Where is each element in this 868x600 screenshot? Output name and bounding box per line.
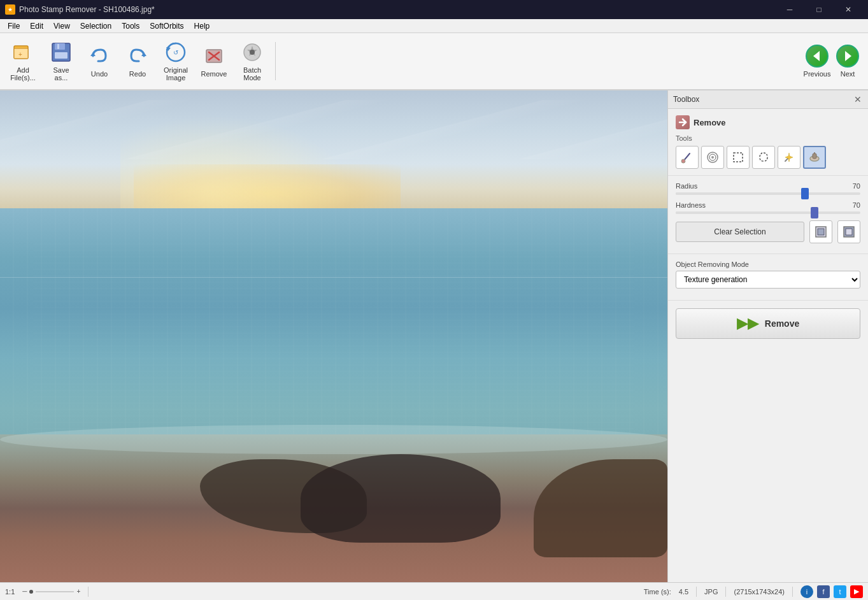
redo-label: Redo	[129, 70, 146, 78]
status-separator-1	[88, 587, 89, 597]
toolbox-close-button[interactable]: ✕	[853, 94, 863, 104]
svg-text:↺: ↺	[173, 49, 178, 56]
remove-section: Remove Tools	[668, 109, 868, 176]
lasso-button[interactable]	[752, 146, 775, 169]
svg-rect-36	[846, 229, 852, 235]
hardness-slider-thumb[interactable]	[811, 207, 818, 218]
remove-label: Remove	[201, 70, 227, 78]
image-canvas	[0, 90, 667, 582]
stamp-tool-button[interactable]	[803, 146, 826, 169]
save-as-label: Save as...	[53, 66, 69, 82]
magic-wand-button[interactable]	[778, 146, 800, 169]
hardness-value: 70	[853, 201, 860, 209]
hardness-slider-track[interactable]	[676, 211, 860, 214]
invert-selection-button[interactable]	[837, 220, 860, 243]
clear-selection-button[interactable]: Clear Selection	[676, 222, 804, 242]
remove-button[interactable]: Remove	[196, 36, 232, 86]
radius-slider-thumb[interactable]	[801, 188, 809, 199]
remove-action-button[interactable]: ▶▶ Remove	[676, 308, 860, 339]
dropdown-row: Texture generation Smart Fill Clone	[676, 271, 860, 289]
toolbox-header: Toolbox ✕	[668, 90, 868, 109]
menu-tools[interactable]: Tools	[117, 20, 145, 32]
undo-label: Undo	[91, 70, 108, 78]
toolbox-panel: Toolbox ✕ Remove Tools	[667, 90, 868, 582]
toolbar-separator	[275, 42, 276, 80]
menu-edit[interactable]: Edit	[25, 20, 48, 32]
tools-label: Tools	[676, 134, 860, 142]
close-button[interactable]: ✕	[834, 0, 863, 19]
status-separator-4	[792, 587, 793, 597]
brush-tool-button[interactable]	[676, 146, 699, 169]
titlebar: ★ Photo Stamp Remover - SH100486.jpg* ─ …	[0, 0, 868, 19]
svg-point-26	[711, 156, 714, 159]
next-label: Next	[841, 70, 855, 78]
hardness-row: Hardness 70	[676, 201, 860, 214]
tools-row	[676, 146, 860, 169]
menu-selection[interactable]: Selection	[75, 20, 117, 32]
minimize-button[interactable]: ─	[775, 0, 804, 19]
previous-label: Previous	[804, 70, 831, 78]
select-all-button[interactable]	[809, 220, 832, 243]
menu-view[interactable]: View	[48, 20, 75, 32]
toolbox-title: Toolbox	[673, 95, 699, 104]
batch-mode-label: Batch Mode	[243, 66, 261, 82]
original-image-button[interactable]: ↺ Original Image	[158, 36, 194, 86]
smart-eraser-button[interactable]	[701, 146, 724, 169]
radius-slider-container	[676, 192, 860, 195]
removing-mode-select[interactable]: Texture generation Smart Fill Clone	[676, 271, 860, 289]
svg-point-23	[681, 159, 685, 163]
next-icon	[836, 45, 859, 68]
redo-icon	[126, 45, 149, 68]
facebook-icon[interactable]: f	[817, 585, 830, 598]
scroll-track[interactable]	[36, 591, 74, 592]
twitter-icon[interactable]: t	[834, 585, 846, 598]
restore-button[interactable]: □	[804, 0, 834, 19]
redo-button[interactable]: Redo	[120, 36, 155, 86]
remove-action-label: Remove	[765, 318, 799, 329]
undo-button[interactable]: Undo	[82, 36, 117, 86]
object-removing-label: Object Removing Mode	[676, 261, 860, 268]
menu-file[interactable]: File	[3, 20, 25, 32]
svg-rect-34	[818, 229, 824, 235]
hardness-slider-container	[676, 211, 860, 214]
window-title: Photo Stamp Remover - SH100486.jpg*	[19, 5, 775, 14]
hardness-label: Hardness	[676, 201, 706, 209]
main-area: Toolbox ✕ Remove Tools	[0, 90, 868, 582]
time-label: Time (s):	[644, 588, 671, 596]
window-controls: ─ □ ✕	[775, 0, 863, 19]
batch-mode-button[interactable]: Batch Mode	[234, 36, 270, 86]
clear-selection-row: Clear Selection	[676, 220, 860, 243]
radius-row: Radius 70	[676, 182, 860, 195]
zoom-display: 1:1	[5, 588, 15, 596]
radius-value: 70	[853, 182, 860, 190]
menu-help[interactable]: Help	[189, 20, 215, 32]
canvas-area[interactable]	[0, 90, 667, 582]
menu-softorbits[interactable]: SoftOrbits	[145, 20, 189, 32]
undo-icon	[88, 45, 111, 68]
youtube-icon[interactable]: ▶	[850, 585, 863, 598]
status-separator-2	[696, 587, 697, 597]
add-files-label: Add File(s)...	[10, 66, 36, 82]
batch-icon	[241, 41, 264, 64]
previous-button[interactable]: Previous	[802, 36, 832, 86]
statusbar: 1:1 ─ + Time (s): 4.5 JPG (2715x1743x24)…	[0, 582, 868, 600]
original-image-label: Original Image	[164, 66, 188, 82]
radius-slider-track[interactable]	[676, 192, 860, 195]
save-as-button[interactable]: Save as...	[43, 36, 79, 86]
next-button[interactable]: Next	[832, 36, 863, 86]
info-icon[interactable]: i	[800, 585, 813, 598]
svg-rect-31	[813, 154, 816, 159]
zoom-level: 1:1	[5, 588, 15, 596]
object-removing-section: Object Removing Mode Texture generation …	[668, 254, 868, 301]
add-files-button[interactable]: + Add File(s)...	[5, 36, 41, 86]
status-separator-3	[725, 587, 726, 597]
svg-point-16	[250, 50, 255, 55]
original-image-icon: ↺	[164, 41, 187, 64]
scroll-thumb[interactable]	[29, 590, 33, 594]
social-icons: i f t ▶	[800, 585, 863, 598]
status-right: Time (s): 4.5 JPG (2715x1743x24) i f t ▶	[644, 585, 863, 598]
save-icon	[50, 41, 73, 64]
svg-rect-6	[57, 44, 59, 49]
remove-arrow-icon: ▶▶	[737, 315, 758, 332]
rect-select-button[interactable]	[727, 146, 750, 169]
